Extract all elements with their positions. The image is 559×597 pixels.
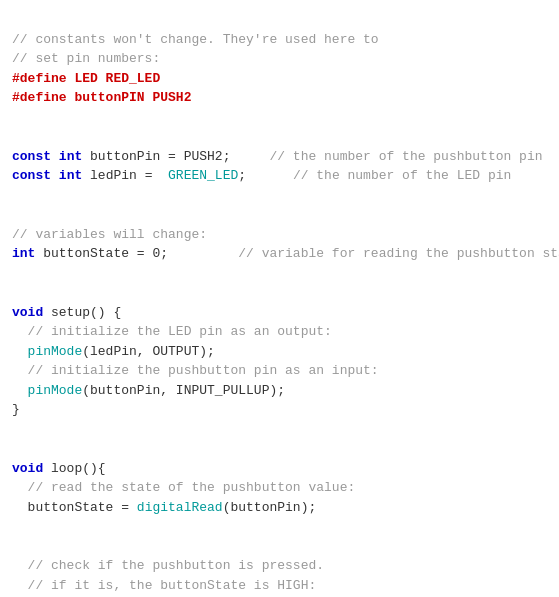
comment-init-button: // initialize the pushbutton pin as an i… <box>12 363 379 378</box>
comment-init-led: // initialize the LED pin as an output: <box>12 324 332 339</box>
comment-read-state: // read the state of the pushbutton valu… <box>12 480 355 495</box>
void-setup-open: void setup() { <box>12 305 121 320</box>
pinmode-button: pinMode(buttonPin, INPUT_PULLUP); <box>12 383 285 398</box>
define-led: #define LED RED_LED <box>12 71 160 86</box>
blank-5 <box>12 539 20 554</box>
blank-3 <box>12 285 20 300</box>
const-led-pin: const int ledPin = GREEN_LED; // the num… <box>12 168 511 183</box>
void-loop-open: void loop(){ <box>12 461 106 476</box>
comment-if-high: // if it is, the buttonState is HIGH: <box>12 578 316 593</box>
comment-3: // variables will change: <box>12 227 207 242</box>
code-content: // constants won't change. They're used … <box>12 10 547 597</box>
setup-close: } <box>12 402 20 417</box>
pinmode-led: pinMode(ledPin, OUTPUT); <box>12 344 215 359</box>
int-button-state: int buttonState = 0; // variable for rea… <box>12 246 559 261</box>
comment-2: // set pin numbers: <box>12 51 160 66</box>
const-button-pin: const int buttonPin = PUSH2; // the numb… <box>12 149 543 164</box>
define-button: #define buttonPIN PUSH2 <box>12 90 191 105</box>
digital-read: buttonState = digitalRead(buttonPin); <box>12 500 316 515</box>
blank-1 <box>12 129 20 144</box>
blank-4 <box>12 441 20 456</box>
code-editor: // constants won't change. They're used … <box>0 0 559 597</box>
comment-1: // constants won't change. They're used … <box>12 32 379 47</box>
blank-2 <box>12 207 20 222</box>
comment-check-pressed: // check if the pushbutton is pressed. <box>12 558 324 573</box>
